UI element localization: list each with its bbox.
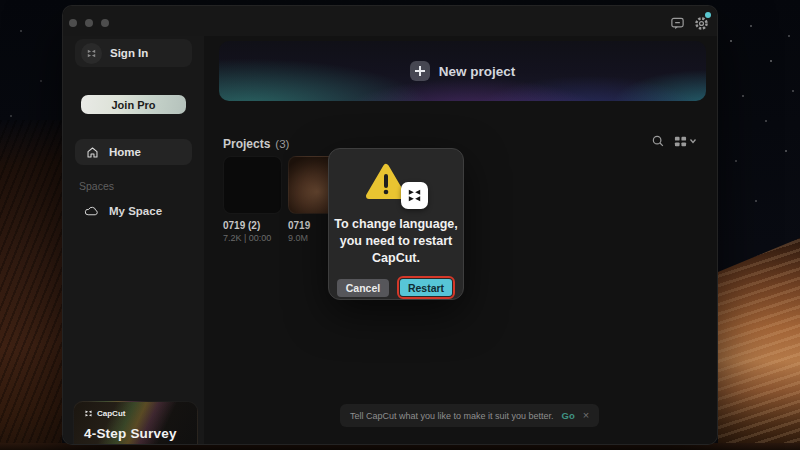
- survey-title: 4-Step Survey: [84, 426, 177, 441]
- restart-dialog: To change language, you need to restart …: [328, 148, 464, 300]
- toast-go-link[interactable]: Go: [562, 410, 575, 421]
- my-space-label: My Space: [109, 205, 162, 217]
- maximize-button[interactable]: [101, 19, 109, 27]
- titlebar-actions: [669, 15, 709, 31]
- project-card[interactable]: 0719 (2) 7.2K | 00:00: [223, 156, 283, 243]
- view-layout-dropdown[interactable]: [674, 135, 697, 148]
- toast-close-icon[interactable]: ×: [583, 410, 589, 421]
- capcut-logo-icon: [84, 409, 93, 418]
- wallpaper-rock-left: [0, 120, 62, 450]
- sidebar-item-my-space[interactable]: My Space: [75, 199, 192, 223]
- feedback-icon[interactable]: [669, 15, 685, 31]
- survey-subtitle: Help us to know you better: [84, 444, 185, 445]
- survey-brand: CapCut: [84, 409, 125, 418]
- dialog-message: To change language, you need to restart …: [334, 216, 457, 267]
- dialog-message-line3: CapCut.: [334, 250, 457, 267]
- sign-in-button[interactable]: Sign In: [75, 39, 192, 67]
- dialog-buttons: Cancel Restart: [337, 276, 455, 299]
- close-button[interactable]: [69, 19, 77, 27]
- project-name: 0719 (2): [223, 220, 283, 231]
- dialog-message-line2: you need to restart: [334, 233, 457, 250]
- projects-heading: Projects: [223, 137, 270, 151]
- projects-actions: [651, 134, 697, 148]
- restart-highlight-box: Restart: [397, 276, 455, 299]
- wallpaper-stars: [730, 40, 732, 42]
- search-icon[interactable]: [651, 134, 665, 148]
- feedback-toast: Tell CapCut what you like to make it sui…: [340, 404, 599, 427]
- restart-button[interactable]: Restart: [400, 279, 452, 296]
- plus-icon: [410, 61, 430, 81]
- home-icon: [86, 146, 99, 159]
- sign-in-label: Sign In: [110, 47, 148, 59]
- capcut-logo-icon: [86, 48, 97, 59]
- dialog-icon: [364, 162, 428, 209]
- survey-card[interactable]: CapCut 4-Step Survey Help us to know you…: [73, 401, 198, 445]
- chevron-down-icon: [689, 137, 697, 145]
- survey-brand-label: CapCut: [97, 409, 125, 418]
- wallpaper-rock-right: [718, 238, 800, 450]
- join-pro-button[interactable]: Join Pro: [81, 95, 186, 114]
- capcut-logo-icon: [401, 182, 428, 209]
- minimize-button[interactable]: [85, 19, 93, 27]
- titlebar: [63, 6, 717, 36]
- desktop: { "window": { "traffic_lights": ["close"…: [0, 0, 800, 450]
- project-meta: 7.2K | 00:00: [223, 233, 283, 243]
- new-project-label: New project: [439, 64, 516, 79]
- projects-count: (3): [275, 138, 289, 150]
- settings-icon[interactable]: [693, 15, 709, 31]
- spaces-section-label: Spaces: [79, 180, 114, 192]
- toast-text: Tell CapCut what you like to make it sui…: [350, 411, 554, 421]
- projects-header: Projects (3): [223, 137, 289, 151]
- sidebar: Sign In Join Pro Home Spaces My Space Ca…: [63, 36, 204, 445]
- dialog-message-line1: To change language,: [334, 216, 457, 233]
- home-label: Home: [109, 146, 141, 158]
- grid-view-icon: [674, 135, 687, 148]
- cancel-button[interactable]: Cancel: [337, 279, 389, 297]
- project-thumbnail[interactable]: [223, 156, 282, 214]
- avatar: [81, 43, 102, 64]
- sidebar-item-home[interactable]: Home: [75, 139, 192, 165]
- traffic-lights: [69, 19, 109, 27]
- cloud-icon: [84, 205, 99, 217]
- new-project-button[interactable]: New project: [219, 41, 706, 101]
- settings-badge: [705, 12, 711, 18]
